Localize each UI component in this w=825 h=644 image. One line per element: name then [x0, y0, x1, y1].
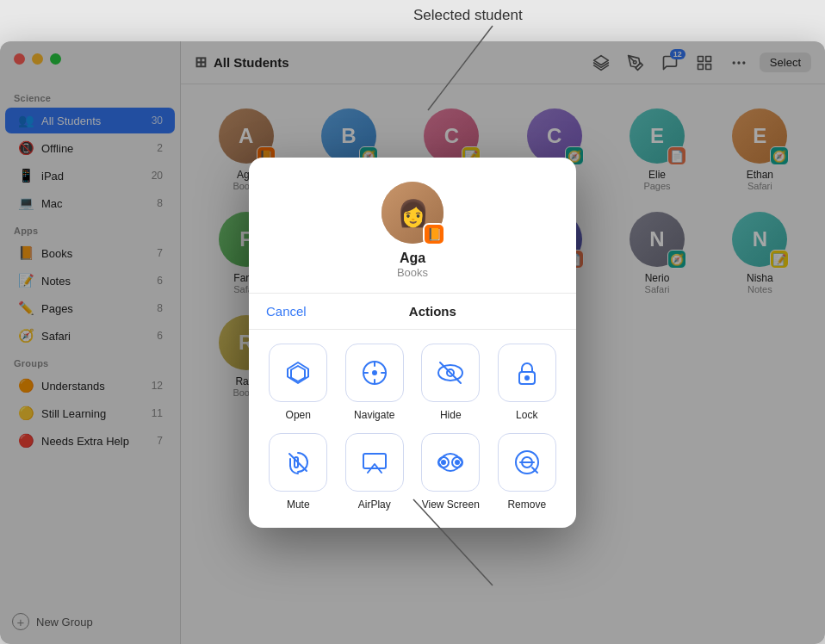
action-lock-button[interactable]: Lock: [495, 344, 560, 421]
mute-action-label: Mute: [287, 498, 310, 511]
action-navigate-button[interactable]: Navigate: [343, 344, 407, 421]
remove-icon-wrap: [498, 433, 556, 492]
modal-student-app: Books: [397, 266, 428, 279]
open-action-label: Open: [286, 409, 311, 421]
mute-icon-wrap: [269, 433, 327, 492]
svg-line-26: [289, 454, 307, 471]
open-icon-wrap: [269, 344, 327, 402]
view-screen-icon-wrap: [421, 433, 480, 492]
lock-icon-wrap: [498, 344, 556, 402]
svg-point-23: [525, 376, 529, 380]
modal-student-avatar: 👩 📙: [381, 182, 444, 244]
svg-rect-27: [363, 454, 386, 468]
modal-overlay[interactable]: 👩 📙 Aga Books Cancel Actions: [0, 41, 825, 644]
svg-point-30: [442, 461, 445, 464]
action-view-screen-button[interactable]: View Screen: [419, 433, 483, 511]
remove-action-label: Remove: [507, 498, 546, 511]
modal-body: Open Navigate: [249, 330, 576, 528]
airplay-action-label: AirPlay: [358, 498, 391, 511]
action-remove-button[interactable]: Remove: [495, 433, 560, 511]
view-screen-action-label: View Screen: [422, 498, 480, 511]
selected-student-annotation: Selected student: [413, 7, 523, 24]
hide-icon-wrap: [421, 344, 480, 402]
lock-action-label: Lock: [516, 409, 537, 421]
modal-cancel-button[interactable]: Cancel: [266, 304, 307, 319]
action-open-button[interactable]: Open: [266, 344, 331, 421]
modal-app-badge: 📙: [423, 223, 445, 245]
hide-action-label: Hide: [440, 409, 462, 421]
navigate-icon-wrap: [345, 344, 404, 402]
main-window: Science 👥 All Students 30 📵 Offline 2 📱 …: [0, 41, 825, 644]
svg-point-31: [456, 461, 459, 464]
airplay-icon-wrap: [345, 433, 404, 492]
svg-point-14: [373, 371, 376, 375]
modal-header: 👩 📙 Aga Books: [249, 158, 576, 293]
actions-modal: 👩 📙 Aga Books Cancel Actions: [249, 158, 576, 528]
svg-marker-12: [291, 366, 305, 381]
modal-title-bar: Cancel Actions: [249, 293, 576, 330]
action-mute-button[interactable]: Mute: [266, 433, 331, 511]
modal-title: Actions: [307, 304, 559, 319]
modal-student-name: Aga: [400, 251, 425, 266]
action-hide-button[interactable]: Hide: [419, 344, 483, 421]
action-airplay-button[interactable]: AirPlay: [343, 433, 407, 511]
navigate-action-label: Navigate: [354, 409, 394, 421]
